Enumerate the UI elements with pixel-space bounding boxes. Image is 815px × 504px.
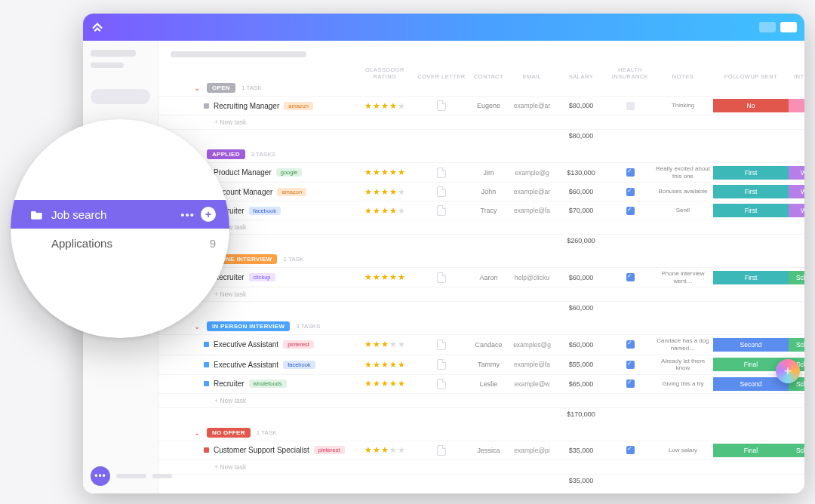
document-icon[interactable] — [437, 340, 446, 350]
task-count: 1 TASK — [283, 256, 303, 263]
task-row[interactable]: Executive Assistant pinterest ★★★★★ Cand… — [158, 334, 804, 354]
interview-pill[interactable]: Scheduled — [789, 271, 804, 284]
followup-pill[interactable]: First — [713, 204, 789, 217]
company-tag[interactable]: facebook — [283, 361, 315, 369]
salary-cell: $130,000 — [555, 169, 607, 177]
status-pill[interactable]: NO OFFER — [207, 428, 251, 438]
company-tag[interactable]: facebook — [249, 207, 281, 215]
interview-pill[interactable]: Scheduled — [789, 444, 804, 457]
company-tag[interactable]: clickup — [249, 273, 275, 281]
health-checkbox[interactable] — [626, 168, 635, 177]
chat-icon[interactable]: ••• — [91, 466, 110, 486]
health-checkbox[interactable] — [626, 273, 635, 281]
followup-pill[interactable]: First — [713, 185, 789, 198]
app-logo-icon — [91, 20, 104, 34]
new-task-button[interactable]: + New task — [158, 115, 804, 129]
followup-pill[interactable]: No — [713, 99, 789, 112]
new-task-button[interactable]: + New task — [158, 459, 804, 474]
document-icon[interactable] — [437, 100, 446, 111]
interview-pill[interactable]: Waiting — [789, 185, 804, 198]
task-count: 3 TASKS — [251, 151, 275, 158]
status-pill[interactable]: OPEN — [207, 83, 235, 93]
notes-cell: Sent! — [653, 207, 713, 214]
rating-stars[interactable]: ★★★★★ — [355, 445, 415, 455]
followup-pill[interactable]: First — [713, 166, 789, 180]
rating-stars[interactable]: ★★★★★ — [355, 187, 415, 197]
status-square-icon — [204, 103, 209, 109]
interview-pill[interactable]: Waiting — [789, 166, 804, 180]
task-row[interactable]: Product Manager google ★★★★★ Jim example… — [158, 162, 804, 182]
followup-pill[interactable]: Final — [713, 444, 789, 457]
rating-stars[interactable]: ★★★★★ — [355, 101, 415, 111]
health-checkbox[interactable] — [626, 380, 635, 388]
health-checkbox[interactable] — [626, 446, 635, 454]
followup-pill[interactable]: Second — [713, 338, 789, 352]
followup-pill[interactable]: First — [713, 271, 789, 284]
health-checkbox[interactable] — [626, 102, 635, 110]
more-icon[interactable]: ••• — [180, 208, 195, 221]
company-tag[interactable]: amazon — [277, 188, 306, 196]
fab-new[interactable]: + — [776, 359, 800, 383]
status-pill[interactable]: APPLIED — [207, 149, 245, 159]
document-icon[interactable] — [437, 379, 446, 389]
document-icon[interactable] — [437, 359, 446, 370]
document-icon[interactable] — [437, 205, 446, 216]
health-checkbox[interactable] — [626, 188, 635, 196]
task-name: Recruiting Manager — [214, 102, 279, 110]
rating-stars[interactable]: ★★★★★ — [355, 379, 415, 389]
notes-cell: Bonuses available — [653, 188, 713, 195]
task-row[interactable]: Recruiting Manager amazon ★★★★★ Eugene e… — [158, 96, 804, 115]
sidebar-item-applications[interactable]: Applications 9 — [11, 229, 229, 257]
sidebar-item-job-search[interactable]: Job search ••• + — [11, 200, 229, 229]
document-icon[interactable] — [437, 167, 446, 178]
new-task-button[interactable]: + New task — [158, 287, 804, 301]
health-checkbox[interactable] — [626, 361, 635, 369]
task-row[interactable]: Recruiter facebook ★★★★★ Tracy example@f… — [158, 201, 804, 220]
task-row[interactable]: Recruiter clickup ★★★★★ Aaron help@click… — [158, 267, 804, 287]
col-followup: FOLLOWUP SENT — [713, 73, 789, 80]
task-row[interactable]: Customer Support Specialist pinterest ★★… — [158, 441, 804, 459]
interview-pill[interactable]: No — [789, 99, 804, 112]
new-task-button[interactable]: + New task — [158, 393, 804, 407]
rating-stars[interactable]: ★★★★★ — [355, 167, 415, 177]
window-button-min[interactable] — [759, 22, 776, 32]
task-group: ⌄ PHONE INTERVIEW 1 TASK Recruiter click… — [158, 254, 804, 314]
chevron-down-icon[interactable]: ⌄ — [193, 322, 201, 330]
company-tag[interactable]: wholefoods — [249, 380, 287, 388]
status-square-icon — [204, 447, 209, 453]
task-row[interactable]: Executive Assistant facebook ★★★★★ Tammy… — [158, 355, 804, 374]
salary-cell: $55,000 — [555, 361, 607, 368]
company-tag[interactable]: amazon — [284, 102, 313, 110]
rating-stars[interactable]: ★★★★★ — [355, 360, 415, 370]
followup-pill[interactable]: Second — [713, 377, 789, 391]
task-row[interactable]: Recruiter wholefoods ★★★★★ Leslie exampl… — [158, 374, 804, 393]
chevron-down-icon[interactable]: ⌄ — [193, 429, 201, 437]
company-tag[interactable]: pinterest — [314, 446, 345, 454]
email-cell: examples@g — [509, 341, 555, 349]
rating-stars[interactable]: ★★★★★ — [355, 206, 415, 216]
health-checkbox[interactable] — [626, 340, 635, 349]
new-task-button[interactable]: + New task — [158, 220, 804, 234]
sidebar-search[interactable] — [91, 89, 150, 104]
subtotal-salary: $60,000 — [555, 304, 607, 312]
window-button-max[interactable] — [780, 22, 797, 32]
document-icon[interactable] — [437, 272, 446, 283]
health-checkbox[interactable] — [626, 207, 635, 215]
document-icon[interactable] — [437, 186, 446, 197]
company-tag[interactable]: pinterest — [283, 340, 314, 349]
company-tag[interactable]: google — [276, 168, 303, 177]
add-icon[interactable]: + — [201, 207, 216, 222]
rating-stars[interactable]: ★★★★★ — [355, 340, 415, 349]
interview-pill[interactable]: Scheduled — [789, 338, 804, 352]
task-row[interactable]: Account Manager amazon ★★★★★ John exampl… — [158, 182, 804, 201]
status-pill[interactable]: IN PERSON INTERVIEW — [207, 321, 290, 331]
sidebar-item-count: 9 — [210, 237, 216, 250]
salary-cell: $35,000 — [555, 447, 607, 454]
rating-stars[interactable]: ★★★★★ — [355, 272, 415, 282]
document-icon[interactable] — [437, 445, 446, 456]
task-name: Customer Support Specialist — [214, 446, 309, 454]
interview-pill[interactable]: Waiting — [789, 204, 804, 217]
chevron-down-icon[interactable]: ⌄ — [193, 84, 201, 92]
col-cover: COVER LETTER — [415, 73, 468, 80]
col-salary: SALARY — [555, 73, 607, 80]
